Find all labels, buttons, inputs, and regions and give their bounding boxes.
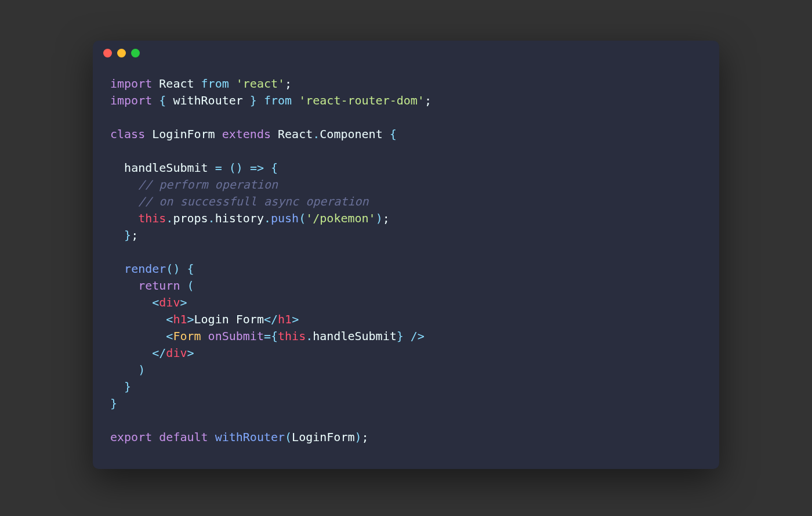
jsx-attr: onSubmit (208, 329, 264, 343)
paren: ) (138, 363, 145, 377)
jsx-text: Login Form (194, 312, 264, 326)
ident: React (159, 77, 194, 91)
brace: } (110, 396, 117, 410)
brace: { (390, 127, 397, 141)
method-name: render (124, 262, 166, 276)
jsx-bracket: < (152, 295, 159, 309)
punct: . (208, 211, 215, 225)
comment: // perform operation (138, 178, 278, 192)
punct: . (306, 329, 313, 343)
ident: history (215, 211, 264, 225)
code-editor[interactable]: import React from 'react'; import { with… (93, 65, 719, 469)
arrow: => (250, 161, 264, 175)
brace: { (271, 329, 278, 343)
method-name: handleSubmit (124, 161, 208, 175)
code-window: import React from 'react'; import { with… (93, 41, 719, 469)
brace: { (187, 262, 194, 276)
paren: ( (299, 211, 306, 225)
brace: } (124, 380, 131, 394)
jsx-tag: h1 (278, 312, 292, 326)
ident: withRouter (173, 93, 242, 107)
ident: React (278, 127, 313, 141)
jsx-bracket: > (292, 312, 299, 326)
jsx-tag: h1 (173, 312, 187, 326)
keyword: default (159, 430, 208, 444)
window-titlebar (93, 41, 719, 65)
keyword: export (110, 430, 152, 444)
string: 'react-router-dom' (299, 93, 425, 107)
func: push (271, 211, 299, 225)
punct: ; (362, 430, 369, 444)
op: = (215, 161, 222, 175)
brace: { (159, 93, 166, 107)
keyword-this: this (138, 211, 166, 225)
paren: ( (187, 279, 194, 293)
paren: ) (376, 211, 383, 225)
ident: handleSubmit (313, 329, 397, 343)
punct: ; (425, 93, 432, 107)
punct: . (264, 211, 271, 225)
paren: ) (173, 262, 180, 276)
punct: ; (131, 228, 138, 242)
jsx-bracket: </ (264, 312, 278, 326)
jsx-bracket: > (180, 295, 187, 309)
jsx-bracket: < (166, 329, 173, 343)
jsx-bracket: < (166, 312, 173, 326)
zoom-icon[interactable] (131, 49, 140, 57)
paren: ) (354, 430, 361, 444)
comment: // on successfull async operation (138, 194, 368, 208)
keyword: return (138, 279, 180, 293)
keyword: from (201, 77, 229, 91)
paren: ) (236, 161, 243, 175)
ident: LoginForm (292, 430, 354, 444)
brace: } (397, 329, 404, 343)
keyword-this: this (278, 329, 306, 343)
paren: ( (285, 430, 292, 444)
string: 'react' (236, 77, 285, 91)
punct: . (313, 127, 320, 141)
jsx-bracket: </ (152, 346, 166, 360)
string: '/pokemon' (306, 211, 375, 225)
op: = (264, 329, 271, 343)
func: withRouter (215, 430, 285, 444)
keyword: import (110, 77, 152, 91)
keyword: import (110, 93, 152, 107)
close-icon[interactable] (103, 49, 112, 57)
jsx-bracket: /> (411, 329, 425, 343)
brace: } (250, 93, 257, 107)
brace: { (271, 161, 278, 175)
class-name: LoginForm (152, 127, 215, 141)
punct: . (166, 211, 173, 225)
keyword: from (264, 93, 292, 107)
jsx-tag: div (166, 346, 187, 360)
jsx-bracket: > (187, 346, 194, 360)
jsx-tag: div (159, 295, 180, 309)
jsx-component: Form (173, 329, 201, 343)
paren: ( (166, 262, 173, 276)
jsx-bracket: > (187, 312, 194, 326)
keyword: class (110, 127, 145, 141)
brace: } (124, 228, 131, 242)
ident: Component (320, 127, 382, 141)
punct: ; (285, 77, 292, 91)
ident: props (173, 211, 208, 225)
keyword: extends (222, 127, 271, 141)
minimize-icon[interactable] (117, 49, 126, 57)
paren: ( (229, 161, 236, 175)
punct: ; (383, 211, 390, 225)
